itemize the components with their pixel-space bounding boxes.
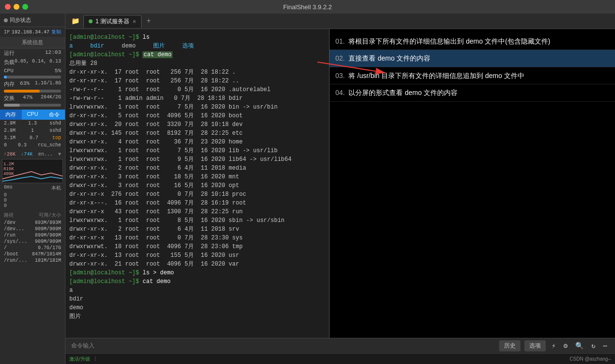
terminal-line: drwxr-xr-x. 3 root root 16 5月 16 2020 op… [69, 181, 325, 190]
mem-detail: 1.1G/1.8G [35, 80, 61, 88]
terminal-line: drwxr-xr-x. 21 root root 4096 5月 16 2020… [69, 260, 325, 269]
terminal-line: dr-xr-xr-x. 17 root root 256 7月 28 18:22… [69, 68, 325, 77]
folder-icon[interactable]: 📁 [67, 15, 83, 27]
mem-label: 内存 [4, 80, 15, 88]
runtime-label: 运行 [4, 49, 15, 57]
proc-mem-0: 2.9M [4, 121, 16, 126]
proc-cpu-3: 0.3 [18, 142, 27, 148]
status-csdn: CSDN @aszhang-- [569, 356, 611, 362]
copy-btn[interactable]: 复制 [51, 29, 61, 35]
disk-header: 路径 可用/大小 [0, 211, 65, 220]
proc-name-3: rcu_sche [38, 142, 61, 148]
net-stat-2: 0 [4, 198, 61, 203]
terminal-line: a bdir demo 图片 选项 [69, 42, 325, 50]
terminal-line: dr-xr-xr-x. 5 root root 4096 5月 16 2020 … [69, 111, 325, 120]
tab-cmd[interactable]: 命令 [43, 110, 65, 120]
more-icon[interactable]: ⋯ [601, 342, 609, 350]
server-tab[interactable]: 1 测试服务器 ✕ [83, 15, 142, 28]
search-icon[interactable]: 🔍 [573, 342, 585, 350]
terminal-line: lrwxrwxrwx. 1 root root 7 5月 16 2020 lib… [69, 146, 325, 155]
disk-row: / 9.7G/17G [0, 245, 65, 251]
tab-cpu[interactable]: CPU [22, 110, 44, 120]
file-bdir: bdir [90, 43, 104, 49]
close-button[interactable] [5, 4, 11, 10]
status-bar: 激活/升级 | CSDN @aszhang-- [65, 353, 615, 364]
swap-detail: 264K/2G [41, 95, 61, 102]
svg-text:819K: 819K [3, 167, 14, 172]
lightning-icon[interactable]: ⚡ [550, 342, 557, 350]
title-bar: FinalShell 3.9.2.2 [0, 0, 615, 14]
status-active[interactable]: 激活/升级 [69, 356, 90, 363]
process-row: 2.9M 1 sshd [0, 127, 65, 134]
prompt: [admin@localhost ~]$ [69, 269, 142, 276]
panel-item-4: 04. 以分屏的形式查看 demo 文件的内容 [330, 84, 615, 101]
load-label: 负载 [4, 59, 15, 66]
terminal-line: dr-xr-xr-x 276 root root 0 7月 28 10:18 p… [69, 190, 325, 199]
latency-local: 本机 [51, 185, 61, 191]
net-stats: 0 0 0 [0, 192, 65, 209]
refresh-icon[interactable]: ↻ [589, 342, 597, 350]
settings-icon[interactable]: ⚙ [562, 342, 569, 350]
network-header: ↑26K ↓74K en... ▼ [0, 151, 65, 158]
terminal-line: lrwxrwxrwx. 1 root root 7 5月 16 2020 bin… [69, 103, 325, 111]
tab-label: 1 测试服务器 [95, 17, 129, 26]
disk-row: /run 899M/909M [0, 232, 65, 238]
disk-path-6: /run/... [4, 258, 27, 263]
sync-label: 同步状态 [10, 16, 31, 24]
file-demo: demo [122, 43, 136, 49]
add-tab-button[interactable]: + [142, 15, 156, 28]
terminal-line: 总用量 28 [69, 59, 325, 68]
terminal[interactable]: [admin@localhost ~]$ ls a bdir demo 图片 选… [65, 29, 329, 338]
net-interface: en... [38, 152, 53, 157]
terminal-line: drwxrwxrwt. 18 root root 4096 7月 28 23:0… [69, 242, 325, 251]
terminal-line: bdir [69, 295, 325, 303]
swap-label: 交换 [4, 95, 15, 102]
history-button[interactable]: 历史 [499, 340, 520, 351]
cmd-input-label[interactable]: 命令输入 [71, 342, 499, 350]
sync-indicator [4, 18, 8, 22]
disk-size-3: 909M/909M [35, 239, 61, 244]
minimize-button[interactable] [14, 4, 19, 10]
maximize-button[interactable] [22, 4, 28, 10]
disk-path-header: 路径 [4, 212, 14, 219]
terminal-container: [admin@localhost ~]$ ls a bdir demo 图片 选… [65, 29, 615, 338]
cpu-label: CPU [4, 68, 14, 74]
mem-fill [4, 90, 40, 93]
tab-close-icon[interactable]: ✕ [132, 19, 136, 24]
net-down-icon: ↓74K [21, 152, 32, 157]
disk-path-1: /dev... [4, 226, 24, 232]
proc-mem-2: 3.1M [4, 135, 16, 141]
terminal-line: -rw-r--r-- 1 root root 0 5月 16 2020 .aut… [69, 85, 325, 94]
panel-item-2: 02. 直接查看 demo 文件的内容 [330, 50, 615, 67]
terminal-line: dr-xr-x---. 16 root root 4096 7月 28 16:1… [69, 199, 325, 207]
mem-value: 63% [20, 80, 30, 88]
proc-cpu-2: 0.7 [30, 135, 38, 141]
proc-cpu-1: 1 [31, 128, 34, 133]
proc-name-2: top [52, 135, 61, 141]
tab-bar: 📁 1 测试服务器 ✕ + [65, 14, 615, 29]
terminal-line: drwxr-xr-x. 4 root root 36 7月 23 2020 ho… [69, 138, 325, 146]
main-container: 同步状态 IP 192.168.34.47 复制 系统信息 运行 12:03 负… [0, 14, 615, 364]
panel-text-3: 将 /usr/bin 目录下所有文件的详细信息追加到 demo 文件中 [348, 72, 524, 79]
net-expand-icon[interactable]: ▼ [58, 152, 61, 157]
terminal-line: [admin@localhost ~]$ cat demo [69, 277, 325, 286]
panel-num-1: 01. [335, 37, 347, 45]
disk-row: /run/... 181M/181M [0, 257, 65, 264]
terminal-line: a [69, 286, 325, 295]
disk-section: 路径 可用/大小 /dev 893M/893M /dev... 909M/909… [0, 211, 65, 264]
panel-num-2: 02. [335, 54, 347, 62]
disk-size-6: 181M/181M [35, 258, 61, 263]
latency-label: 0ms [4, 185, 13, 191]
swap-row: 交换 47% 264K/2G [0, 94, 65, 103]
net-stat-3: 0 [4, 203, 61, 208]
disk-size-1: 909M/909M [35, 226, 61, 232]
options-button[interactable]: 选项 [524, 340, 546, 351]
process-tabs[interactable]: 内存 CPU 命令 [0, 110, 65, 120]
mem-progress [4, 90, 61, 93]
disk-size-2: 899M/909M [35, 233, 61, 238]
network-graph: 1.2M 819K 409K [2, 159, 63, 183]
terminal-line: dr-xr-xr-x. 17 root root 256 7月 28 18:22… [69, 77, 325, 85]
panel-item-3: 03. 将 /usr/bin 目录下所有文件的详细信息追加到 demo 文件中 [330, 67, 615, 84]
tab-mem[interactable]: 内存 [0, 110, 22, 120]
proc-cpu-0: 1.3 [28, 121, 37, 126]
